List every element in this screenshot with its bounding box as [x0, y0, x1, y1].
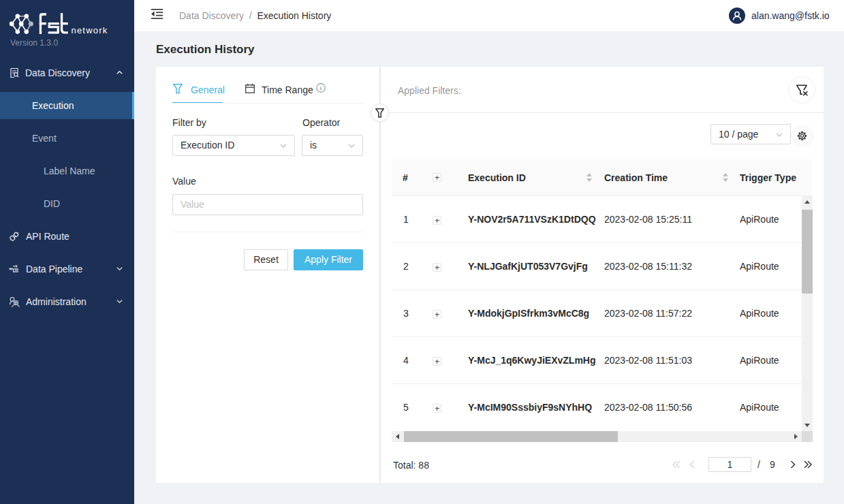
- svg-text:network: network: [72, 25, 108, 35]
